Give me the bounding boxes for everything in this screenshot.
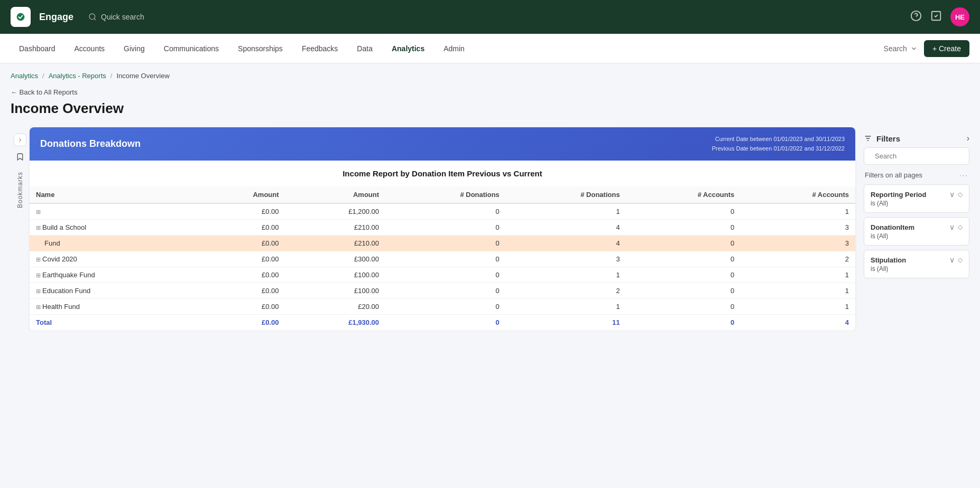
cell-amount1: £0.00 bbox=[196, 299, 285, 315]
card-meta-line2: Previous Date between 01/01/2022 and 31/… bbox=[712, 144, 845, 154]
nav-accounts[interactable]: Accounts bbox=[66, 40, 114, 57]
tasks-icon[interactable] bbox=[930, 10, 942, 24]
breadcrumb-reports[interactable]: Analytics - Reports bbox=[49, 72, 106, 80]
create-button[interactable]: + Create bbox=[924, 40, 969, 57]
filters-title: Filters bbox=[864, 134, 900, 143]
expand-icon[interactable]: ⊞ bbox=[36, 304, 42, 310]
card-header: Donations Breakdown Current Date between… bbox=[30, 127, 855, 161]
col-donations2: # Donations bbox=[506, 186, 626, 203]
cell-amount1: £0.00 bbox=[196, 203, 285, 220]
filter-item: DonationItem ∨ ◇ is (All) bbox=[864, 217, 969, 246]
quick-search[interactable]: Quick search bbox=[88, 13, 902, 21]
cell-accounts2: 1 bbox=[741, 299, 855, 315]
expand-icon[interactable]: ⊞ bbox=[36, 224, 42, 231]
filter-item: Reporting Period ∨ ◇ is (All) bbox=[864, 184, 969, 213]
filter-item-title: DonationItem bbox=[871, 223, 914, 231]
card-header-meta: Current Date between 01/01/2023 and 30/1… bbox=[712, 135, 845, 153]
cell-accounts1: 0 bbox=[626, 203, 741, 220]
filters-more-icon[interactable]: ··· bbox=[959, 171, 968, 179]
cell-amount1: £0.00 bbox=[196, 236, 285, 251]
filters-on-all-label: Filters on all pages bbox=[865, 171, 922, 179]
cell-amount2: £100.00 bbox=[285, 267, 385, 283]
cell-accounts2: 3 bbox=[741, 220, 855, 236]
table-row: ⊞ Build a School£0.00£210.000403 bbox=[30, 220, 855, 236]
nav-feedbacks[interactable]: Feedbacks bbox=[293, 40, 346, 57]
subnav-search-label: Search bbox=[884, 44, 907, 53]
cell-donations2: 2 bbox=[506, 283, 626, 299]
cell-name: ⊞ Build a School bbox=[30, 220, 196, 236]
total-accounts2: 4 bbox=[741, 315, 855, 331]
data-table: Name Amount Amount # Donations # Donatio… bbox=[30, 186, 855, 331]
filters-on-all: Filters on all pages ··· bbox=[864, 171, 969, 179]
nav-communications[interactable]: Communications bbox=[155, 40, 227, 57]
cell-donations1: 0 bbox=[385, 283, 506, 299]
expand-icon[interactable]: ⊞ bbox=[36, 272, 42, 278]
filter-item-value: is (All) bbox=[871, 200, 963, 207]
filter-chevron-icon[interactable]: ∨ bbox=[949, 190, 955, 199]
bookmark-icon[interactable] bbox=[14, 151, 26, 163]
breadcrumb: Analytics / Analytics - Reports / Income… bbox=[0, 63, 980, 80]
filter-item-header: Reporting Period ∨ ◇ bbox=[871, 190, 963, 199]
col-amount1: Amount bbox=[196, 186, 285, 203]
cell-amount2: £20.00 bbox=[285, 299, 385, 315]
filter-item-header: DonationItem ∨ ◇ bbox=[871, 223, 963, 231]
filter-chevron-icon[interactable]: ∨ bbox=[949, 223, 955, 231]
nav-sponsorships[interactable]: Sponsorships bbox=[229, 40, 291, 57]
filter-clear-icon[interactable]: ◇ bbox=[958, 191, 963, 198]
cell-donations1: 0 bbox=[385, 299, 506, 315]
filter-chevron-icon[interactable]: ∨ bbox=[949, 256, 955, 264]
cell-accounts1: 0 bbox=[626, 236, 741, 251]
table-row: ⊞ Education Fund£0.00£100.000201 bbox=[30, 283, 855, 299]
content-area: Donations Breakdown Current Date between… bbox=[30, 127, 855, 331]
sidebar-left: Bookmarks bbox=[11, 127, 30, 331]
col-accounts1: # Accounts bbox=[626, 186, 741, 203]
cell-amount1: £0.00 bbox=[196, 220, 285, 236]
filter-search-box[interactable] bbox=[864, 147, 969, 165]
nav-analytics[interactable]: Analytics bbox=[383, 40, 433, 57]
breadcrumb-analytics[interactable]: Analytics bbox=[11, 72, 38, 80]
nav-admin[interactable]: Admin bbox=[435, 40, 473, 57]
total-row: Total£0.00£1,930.0001104 bbox=[30, 315, 855, 331]
expand-icon[interactable]: ⊞ bbox=[36, 209, 41, 215]
subnav-search[interactable]: Search bbox=[884, 44, 918, 53]
subnav-right: Search + Create bbox=[884, 40, 969, 57]
cell-donations2: 1 bbox=[506, 203, 626, 220]
nav-giving[interactable]: Giving bbox=[115, 40, 153, 57]
expand-icon[interactable]: ⊞ bbox=[36, 288, 42, 294]
filters-panel: Filters › Filters on all pages ··· Repor… bbox=[864, 127, 969, 331]
col-donations1: # Donations bbox=[385, 186, 506, 203]
cell-accounts2: 1 bbox=[741, 203, 855, 220]
sidebar-chevron[interactable] bbox=[14, 134, 26, 146]
help-icon[interactable] bbox=[910, 10, 922, 24]
nav-data[interactable]: Data bbox=[348, 40, 381, 57]
cell-donations2: 1 bbox=[506, 267, 626, 283]
app-logo[interactable] bbox=[11, 7, 31, 27]
svg-point-0 bbox=[89, 14, 95, 20]
cell-accounts1: 0 bbox=[626, 283, 741, 299]
filter-item-header: Stipulation ∨ ◇ bbox=[871, 256, 963, 264]
nav-dashboard[interactable]: Dashboard bbox=[11, 40, 64, 57]
expand-icon[interactable]: ⊞ bbox=[36, 256, 42, 262]
filter-clear-icon[interactable]: ◇ bbox=[958, 256, 963, 264]
cell-donations2: 4 bbox=[506, 220, 626, 236]
filter-clear-icon[interactable]: ◇ bbox=[958, 223, 963, 231]
filters-header: Filters › bbox=[864, 127, 969, 147]
table-row: ⊞ Earthquake Fund£0.00£100.000101 bbox=[30, 267, 855, 283]
table-row: ⊞ Covid 2020£0.00£300.000302 bbox=[30, 251, 855, 267]
filter-search-input[interactable] bbox=[875, 152, 964, 160]
cell-amount1: £0.00 bbox=[196, 283, 285, 299]
cell-donations2: 4 bbox=[506, 236, 626, 251]
cell-name: ⊞ bbox=[30, 203, 196, 220]
total-amount2: £1,930.00 bbox=[285, 315, 385, 331]
filters-expand-icon[interactable]: › bbox=[967, 134, 969, 143]
breadcrumb-current: Income Overview bbox=[116, 72, 169, 80]
cell-accounts2: 1 bbox=[741, 283, 855, 299]
filter-item-title: Stipulation bbox=[871, 256, 906, 264]
cell-name: ⊞ Education Fund bbox=[30, 283, 196, 299]
avatar[interactable]: HE bbox=[950, 7, 969, 26]
topbar: Engage Quick search HE bbox=[0, 0, 980, 34]
filter-item-value: is (All) bbox=[871, 265, 963, 273]
filter-item-value: is (All) bbox=[871, 232, 963, 240]
back-link[interactable]: ← Back to All Reports bbox=[11, 88, 969, 96]
cell-donations1: 0 bbox=[385, 236, 506, 251]
